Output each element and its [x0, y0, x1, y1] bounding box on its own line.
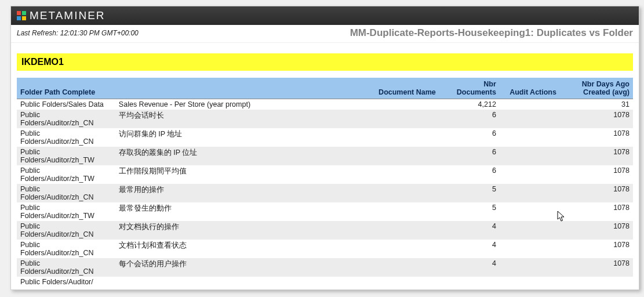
section-title: IKDEMO1 [17, 53, 633, 71]
cell-nbr-documents [439, 277, 500, 287]
app-name: METAMINER [30, 9, 105, 22]
report-content: IKDEMO1 Folder Path Complete Document Na… [11, 43, 639, 287]
col-audit-actions[interactable]: Audit Actions [500, 78, 560, 99]
cell-folder-path: Public Folders/Auditor/zh_CN [17, 240, 115, 258]
cell-nbr-documents: 5 [439, 202, 500, 221]
cell-nbr-documents: 4 [439, 240, 500, 258]
cell-document-name: 最常用的操作 [115, 184, 439, 202]
table-row[interactable]: Public Folders/Auditor/zh_TW最常發生的動作51078 [17, 202, 633, 221]
sub-bar: Last Refresh: 12:01:30 PM GMT+00:00 MM-D… [11, 25, 639, 43]
cell-document-name: 文档计划和查看状态 [115, 240, 439, 258]
top-bar: METAMINER [11, 6, 639, 25]
cell-folder-path: Public Folders/Auditor/zh_CN [17, 128, 115, 147]
cell-audit-actions [500, 99, 560, 110]
table-row[interactable]: Public Folders/Auditor/zh_CN每个会话的用户操作410… [17, 258, 633, 277]
cell-audit-actions [500, 221, 560, 240]
cell-document-name: Sales Revenue - Per Store (year prompt) [115, 99, 439, 110]
cell-nbr-documents: 6 [439, 128, 500, 147]
cell-nbr-documents: 6 [439, 147, 500, 165]
svg-rect-0 [17, 11, 21, 15]
app-logo-icon [17, 11, 26, 20]
cell-nbr-days-ago: 1078 [560, 221, 633, 240]
cell-folder-path: Public Folders/Auditor/zh_CN [17, 110, 115, 128]
cell-document-name: 存取我的叢集的 IP 位址 [115, 147, 439, 165]
table-row[interactable]: Public Folders/Sales DataSales Revenue -… [17, 99, 633, 110]
cell-nbr-documents: 6 [439, 110, 500, 128]
cell-nbr-days-ago: 1078 [560, 240, 633, 258]
table-row[interactable]: Public Folders/Auditor/zh_CN访问群集的 IP 地址6… [17, 128, 633, 147]
col-document-name[interactable]: Document Name [115, 78, 439, 99]
page-title: MM-Duplicate-Reports-Housekeeping1: Dupl… [350, 27, 633, 39]
cell-audit-actions [500, 184, 560, 202]
svg-rect-3 [22, 16, 26, 20]
cell-nbr-days-ago: 1078 [560, 110, 633, 128]
col-nbr-documents[interactable]: Nbr Documents [439, 78, 500, 99]
cell-nbr-days-ago: 1078 [560, 128, 633, 147]
table-row[interactable]: Public Folders/Auditor/zh_TW工作階段期間平均值610… [17, 165, 633, 184]
table-body: Public Folders/Sales DataSales Revenue -… [17, 99, 633, 288]
cell-folder-path: Public Folders/Auditor/zh_CN [17, 258, 115, 277]
cell-nbr-documents: 4 [439, 258, 500, 277]
cell-audit-actions [500, 165, 560, 184]
cell-nbr-days-ago [560, 277, 633, 287]
cell-nbr-documents: 5 [439, 184, 500, 202]
cell-document-name [115, 277, 439, 287]
cell-nbr-documents: 4,212 [439, 99, 500, 110]
last-refresh-label: Last Refresh: 12:01:30 PM GMT+00:00 [17, 29, 139, 37]
cell-document-name: 访问群集的 IP 地址 [115, 128, 439, 147]
cell-folder-path: Public Folders/Auditor/zh_TW [17, 147, 115, 165]
cell-folder-path: Public Folders/Auditor/ [17, 277, 115, 287]
cell-nbr-days-ago: 1078 [560, 202, 633, 221]
col-nbr-days-ago[interactable]: Nbr Days Ago Created (avg) [560, 78, 633, 99]
table-row[interactable]: Public Folders/Auditor/zh_CN对文档执行的操作4107… [17, 221, 633, 240]
cell-nbr-documents: 6 [439, 165, 500, 184]
cell-nbr-days-ago: 1078 [560, 184, 633, 202]
cell-nbr-days-ago: 31 [560, 99, 633, 110]
cell-nbr-days-ago: 1078 [560, 147, 633, 165]
cell-folder-path: Public Folders/Auditor/zh_TW [17, 202, 115, 221]
cell-document-name: 对文档执行的操作 [115, 221, 439, 240]
cell-audit-actions [500, 240, 560, 258]
cell-nbr-days-ago: 1078 [560, 258, 633, 277]
cell-nbr-documents: 4 [439, 221, 500, 240]
cell-audit-actions [500, 147, 560, 165]
cell-document-name: 平均会话时长 [115, 110, 439, 128]
cell-document-name: 每个会话的用户操作 [115, 258, 439, 277]
report-window: METAMINER Last Refresh: 12:01:30 PM GMT+… [10, 6, 639, 290]
cell-document-name: 工作階段期間平均值 [115, 165, 439, 184]
cell-audit-actions [500, 128, 560, 147]
table-row[interactable]: Public Folders/Auditor/zh_CN最常用的操作51078 [17, 184, 633, 202]
svg-rect-1 [22, 11, 26, 15]
col-folder-path[interactable]: Folder Path Complete [17, 78, 115, 99]
cell-document-name: 最常發生的動作 [115, 202, 439, 221]
cell-folder-path: Public Folders/Auditor/zh_TW [17, 165, 115, 184]
table-row[interactable]: Public Folders/Auditor/zh_CN文档计划和查看状态410… [17, 240, 633, 258]
table-header-row: Folder Path Complete Document Name Nbr D… [17, 78, 633, 99]
cell-folder-path: Public Folders/Auditor/zh_CN [17, 184, 115, 202]
report-table: Folder Path Complete Document Name Nbr D… [17, 78, 633, 287]
table-row[interactable]: Public Folders/Auditor/ [17, 277, 633, 287]
cell-nbr-days-ago: 1078 [560, 165, 633, 184]
cell-audit-actions [500, 277, 560, 287]
cell-audit-actions [500, 202, 560, 221]
table-row[interactable]: Public Folders/Auditor/zh_TW存取我的叢集的 IP 位… [17, 147, 633, 165]
cell-folder-path: Public Folders/Auditor/zh_CN [17, 221, 115, 240]
svg-rect-2 [17, 16, 21, 20]
cell-audit-actions [500, 258, 560, 277]
cell-folder-path: Public Folders/Sales Data [17, 99, 115, 110]
table-row[interactable]: Public Folders/Auditor/zh_CN平均会话时长61078 [17, 110, 633, 128]
cell-audit-actions [500, 110, 560, 128]
